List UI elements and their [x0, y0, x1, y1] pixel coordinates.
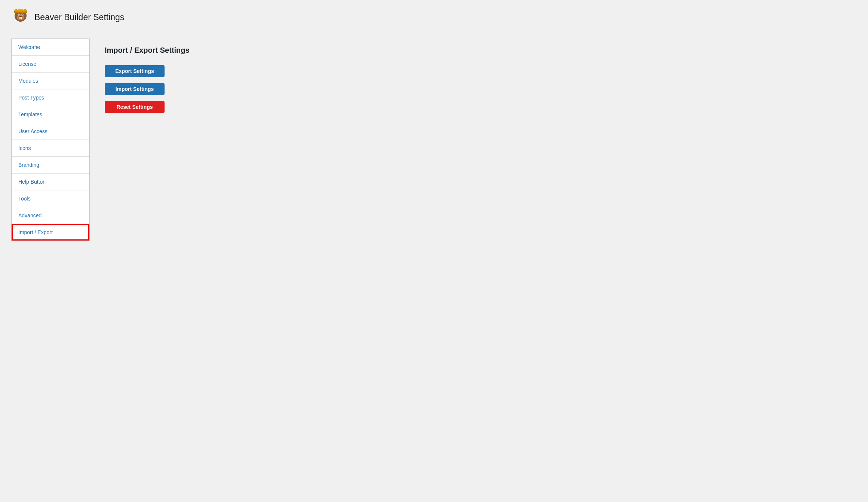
import-settings-button[interactable]: Import Settings [105, 83, 165, 95]
sidebar-item-advanced[interactable]: Advanced [12, 207, 89, 224]
svg-rect-16 [15, 11, 27, 12]
sidebar-nav: WelcomeLicenseModulesPost TypesTemplates… [11, 39, 90, 241]
sidebar-item-welcome[interactable]: Welcome [12, 39, 89, 56]
page-header: Beaver Builder Settings [11, 7, 857, 27]
export-settings-button[interactable]: Export Settings [105, 65, 165, 77]
svg-point-9 [22, 14, 23, 15]
svg-point-10 [19, 16, 22, 17]
content-area: WelcomeLicenseModulesPost TypesTemplates… [11, 39, 857, 241]
section-title: Import / Export Settings [105, 46, 842, 55]
reset-settings-button[interactable]: Reset Settings [105, 101, 165, 113]
sidebar-item-license[interactable]: License [12, 56, 89, 73]
sidebar-item-icons[interactable]: Icons [12, 140, 89, 157]
sidebar-item-templates[interactable]: Templates [12, 106, 89, 123]
main-content: Import / Export Settings Export Settings… [90, 39, 857, 120]
buttons-group: Export Settings Import Settings Reset Se… [105, 65, 842, 113]
sidebar-item-user-access[interactable]: User Access [12, 123, 89, 140]
sidebar-item-help-button[interactable]: Help Button [12, 174, 89, 190]
app-logo [11, 7, 30, 27]
sidebar-item-branding[interactable]: Branding [12, 157, 89, 174]
sidebar-item-tools[interactable]: Tools [12, 190, 89, 207]
svg-rect-11 [19, 17, 21, 19]
page-title: Beaver Builder Settings [34, 12, 124, 22]
sidebar-item-import-export[interactable]: Import / Export [12, 224, 89, 241]
sidebar-item-modules[interactable]: Modules [12, 73, 89, 89]
svg-rect-12 [21, 17, 22, 19]
sidebar-item-post-types[interactable]: Post Types [12, 89, 89, 106]
svg-point-8 [18, 14, 19, 15]
svg-rect-15 [14, 12, 27, 13]
